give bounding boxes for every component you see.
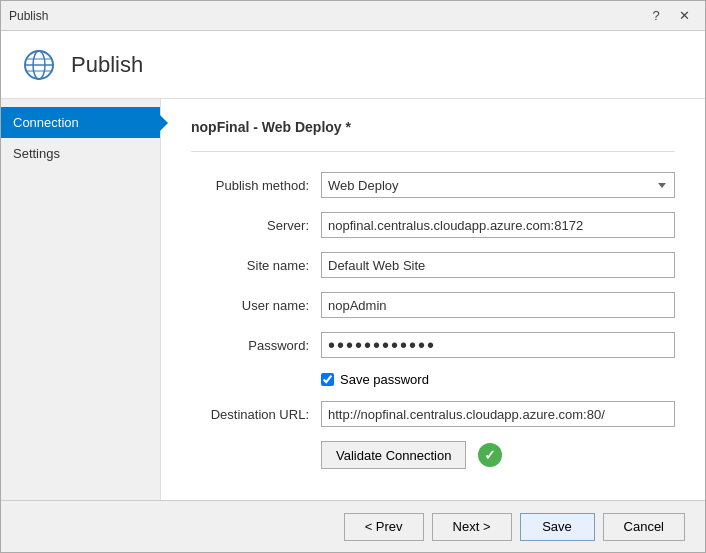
server-input[interactable] bbox=[321, 212, 675, 238]
server-label: Server: bbox=[191, 218, 321, 233]
password-label: Password: bbox=[191, 338, 321, 353]
user-name-input[interactable] bbox=[321, 292, 675, 318]
validate-connection-button[interactable]: Validate Connection bbox=[321, 441, 466, 469]
destination-url-input[interactable] bbox=[321, 401, 675, 427]
sidebar: Connection Settings bbox=[1, 99, 161, 500]
close-button[interactable]: ✕ bbox=[671, 5, 697, 27]
destination-url-row: Destination URL: bbox=[191, 401, 675, 427]
help-button[interactable]: ? bbox=[643, 5, 669, 27]
validate-connection-row: Validate Connection ✓ bbox=[321, 441, 675, 469]
next-button[interactable]: Next > bbox=[432, 513, 512, 541]
main-panel: nopFinal - Web Deploy * Publish method: … bbox=[161, 99, 705, 500]
title-bar-buttons: ? ✕ bbox=[643, 5, 697, 27]
window-title: Publish bbox=[9, 9, 643, 23]
sidebar-item-connection[interactable]: Connection bbox=[1, 107, 160, 138]
section-title: nopFinal - Web Deploy * bbox=[191, 119, 675, 135]
divider bbox=[191, 151, 675, 152]
publish-method-row: Publish method: Web Deploy FTP File Syst… bbox=[191, 172, 675, 198]
footer: < Prev Next > Save Cancel bbox=[1, 500, 705, 552]
save-password-label[interactable]: Save password bbox=[340, 372, 429, 387]
server-row: Server: bbox=[191, 212, 675, 238]
dialog-header: Publish bbox=[1, 31, 705, 99]
password-input[interactable] bbox=[321, 332, 675, 358]
save-password-checkbox[interactable] bbox=[321, 373, 334, 386]
sidebar-item-label: Connection bbox=[13, 115, 79, 130]
validation-success-icon: ✓ bbox=[478, 443, 502, 467]
content-area: Connection Settings nopFinal - Web Deplo… bbox=[1, 99, 705, 500]
site-name-row: Site name: bbox=[191, 252, 675, 278]
site-name-input[interactable] bbox=[321, 252, 675, 278]
publish-method-label: Publish method: bbox=[191, 178, 321, 193]
sidebar-item-settings[interactable]: Settings bbox=[1, 138, 160, 169]
save-password-row: Save password bbox=[321, 372, 675, 387]
site-name-label: Site name: bbox=[191, 258, 321, 273]
user-name-label: User name: bbox=[191, 298, 321, 313]
cancel-button[interactable]: Cancel bbox=[603, 513, 685, 541]
password-row: Password: bbox=[191, 332, 675, 358]
publish-method-select[interactable]: Web Deploy FTP File System bbox=[321, 172, 675, 198]
publish-window: Publish ? ✕ Publish Connection Settin bbox=[0, 0, 706, 553]
title-bar: Publish ? ✕ bbox=[1, 1, 705, 31]
header-title: Publish bbox=[71, 52, 143, 78]
prev-button[interactable]: < Prev bbox=[344, 513, 424, 541]
destination-url-label: Destination URL: bbox=[191, 407, 321, 422]
globe-icon bbox=[21, 47, 57, 83]
user-name-row: User name: bbox=[191, 292, 675, 318]
save-button[interactable]: Save bbox=[520, 513, 595, 541]
sidebar-item-label: Settings bbox=[13, 146, 60, 161]
